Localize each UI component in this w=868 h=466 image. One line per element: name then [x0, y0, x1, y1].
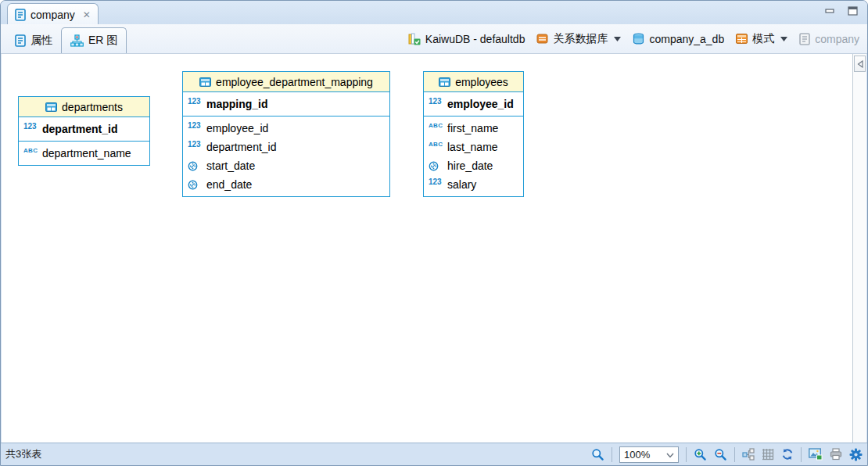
- table-icon: [199, 77, 211, 87]
- search-icon[interactable]: [591, 448, 604, 461]
- numeric-type-icon: 123: [188, 120, 203, 131]
- collapse-palette-icon: [857, 57, 863, 71]
- table-icon: [45, 102, 57, 112]
- column-row[interactable]: ABC last_name: [429, 138, 518, 156]
- refresh-icon[interactable]: [781, 448, 794, 461]
- tab-er-diagram[interactable]: ER 图: [61, 27, 127, 53]
- table-icon: [439, 77, 450, 87]
- connection-icon: [408, 33, 421, 45]
- titlebar: company ✕: [1, 1, 867, 24]
- column-row[interactable]: ABC first_name: [429, 119, 518, 138]
- tab-er-diagram-label: ER 图: [88, 34, 117, 48]
- numeric-type-icon: 123: [429, 96, 443, 107]
- zoom-out-icon[interactable]: [714, 448, 727, 461]
- table-name: employees: [455, 76, 508, 88]
- column-name: hire_date: [447, 160, 493, 172]
- palette-strip: [852, 54, 866, 443]
- properties-icon: [15, 34, 26, 47]
- column-row[interactable]: end_date: [188, 175, 385, 194]
- object-label: company: [815, 33, 859, 45]
- column-name: mapping_id: [206, 98, 268, 110]
- statusbar-separator: [686, 447, 687, 462]
- schema-label: 模式: [752, 32, 774, 46]
- column-name: first_name: [447, 122, 498, 134]
- editor-tab-company[interactable]: company ✕: [7, 3, 99, 25]
- er-canvas[interactable]: departments 123 department_id ABC depart…: [2, 54, 852, 443]
- print-icon[interactable]: [830, 448, 842, 461]
- toolbar: 属性 ER 图 KaiwuDB - defaultdb 关系数据库: [1, 24, 867, 54]
- object-indicator: company: [799, 33, 859, 45]
- auto-layout-icon[interactable]: [742, 448, 755, 461]
- settings-icon[interactable]: [849, 448, 863, 461]
- maximize-icon[interactable]: [848, 6, 858, 16]
- minimize-icon[interactable]: [825, 6, 835, 16]
- schema-icon: [736, 34, 748, 44]
- table-name: departments: [62, 101, 123, 113]
- document-gray-icon: [799, 33, 810, 45]
- database-label: company_a_db: [649, 33, 724, 45]
- zoom-level-select[interactable]: 100%: [619, 446, 679, 463]
- numeric-type-icon: 123: [23, 121, 38, 132]
- numeric-type-icon: 123: [188, 96, 203, 107]
- connection-label: KaiwuDB - defaultdb: [425, 33, 525, 45]
- statusbar-separator: [734, 447, 735, 462]
- database-selector[interactable]: company_a_db: [633, 33, 724, 45]
- er-table-employees[interactable]: employees 123 employee_id ABC first_name…: [423, 71, 524, 197]
- column-name: department_id: [42, 123, 117, 135]
- string-type-icon: ABC: [429, 139, 443, 150]
- table-name: employee_department_mapping: [216, 76, 373, 88]
- editor-tab-label: company: [30, 9, 75, 21]
- er-diagram-icon: [70, 34, 84, 47]
- column-name: start_date: [206, 160, 255, 172]
- dropdown-arrow-icon[interactable]: [780, 37, 787, 41]
- collapse-palette-button[interactable]: [854, 56, 866, 72]
- column-name: salary: [447, 178, 476, 191]
- column-row[interactable]: 123 department_id: [23, 120, 145, 138]
- column-row[interactable]: ABC department_name: [23, 144, 145, 163]
- column-row[interactable]: 123 salary: [429, 175, 518, 194]
- app-window: company ✕ 属性 ER 图: [0, 0, 868, 466]
- close-icon[interactable]: ✕: [83, 9, 91, 20]
- date-type-icon: [188, 161, 203, 171]
- column-name: employee_id: [206, 122, 268, 134]
- date-type-icon: [188, 180, 203, 190]
- combo-chevron-icon: [666, 449, 674, 461]
- column-row[interactable]: 123 employee_id: [429, 95, 518, 113]
- save-image-icon[interactable]: [809, 448, 823, 461]
- er-table-departments[interactable]: departments 123 department_id ABC depart…: [18, 96, 150, 166]
- zoom-in-icon[interactable]: [694, 448, 707, 461]
- column-row[interactable]: hire_date: [429, 156, 518, 175]
- dropdown-arrow-icon[interactable]: [614, 37, 621, 41]
- tab-properties[interactable]: 属性: [6, 27, 61, 53]
- table-header[interactable]: employee_department_mapping: [183, 72, 389, 92]
- statusbar-separator: [801, 447, 802, 462]
- statusbar-separator: [612, 447, 612, 462]
- er-table-employee-department-mapping[interactable]: employee_department_mapping 123 mapping_…: [182, 71, 390, 197]
- column-name: employee_id: [447, 98, 514, 110]
- database-icon: [633, 33, 644, 45]
- column-name: department_name: [42, 147, 131, 160]
- database-type-icon: [536, 33, 548, 45]
- grid-toggle-icon[interactable]: [762, 448, 774, 461]
- statusbar: 共3张表 100%: [1, 443, 867, 465]
- table-count-label: 共3张表: [5, 447, 41, 461]
- connection-selector[interactable]: KaiwuDB - defaultdb: [408, 33, 525, 45]
- tab-properties-label: 属性: [30, 34, 52, 48]
- schema-selector[interactable]: 模式: [736, 32, 787, 46]
- column-row[interactable]: start_date: [188, 156, 385, 175]
- column-name: department_id: [206, 141, 277, 153]
- column-row[interactable]: 123 employee_id: [188, 119, 385, 138]
- table-header[interactable]: departments: [19, 97, 149, 117]
- numeric-type-icon: 123: [429, 177, 443, 188]
- numeric-type-icon: 123: [188, 139, 203, 150]
- string-type-icon: ABC: [429, 120, 443, 131]
- date-type-icon: [429, 161, 443, 171]
- table-header[interactable]: employees: [424, 72, 523, 92]
- zoom-level-value: 100%: [624, 449, 650, 461]
- column-row[interactable]: 123 department_id: [188, 138, 385, 156]
- column-name: last_name: [447, 141, 498, 153]
- database-type-selector[interactable]: 关系数据库: [536, 32, 621, 46]
- document-icon: [15, 9, 26, 21]
- string-type-icon: ABC: [23, 145, 38, 156]
- column-row[interactable]: 123 mapping_id: [188, 95, 385, 113]
